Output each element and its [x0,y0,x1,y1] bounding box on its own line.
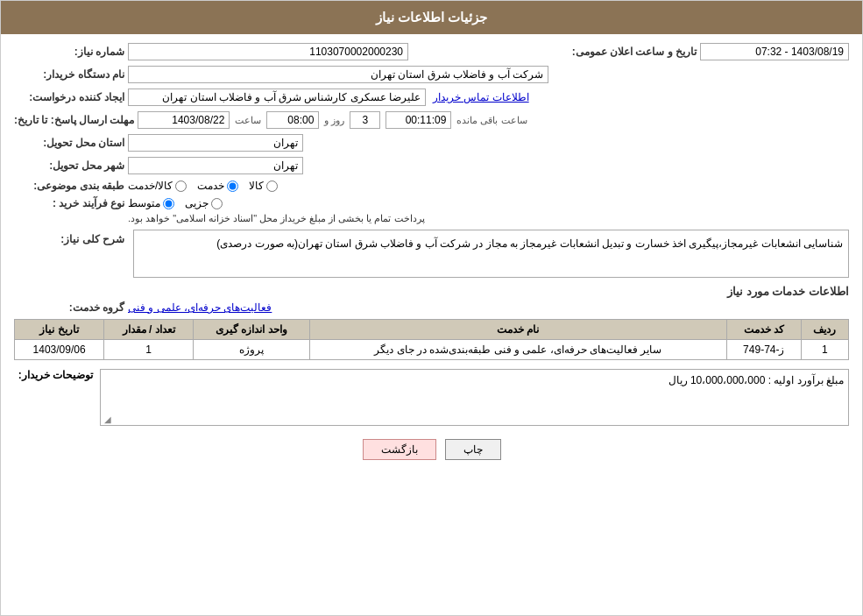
reply-remaining-value: 00:11:09 [386,111,451,129]
print-button[interactable]: چاپ [445,439,501,460]
table-row: 1ز-74-749سایر فعالیت‌های حرفه‌ای، علمی و… [15,340,849,360]
province-label: استان محل تحویل: [14,137,128,149]
process-type-radio-group: متوسط جزیی [128,197,425,209]
reply-date-value: 1403/08/22 [138,111,230,129]
category-kala[interactable]: کالا [249,180,278,192]
col-header-date: تاریخ نیاز [15,320,104,340]
reply-time-label: ساعت [235,115,261,126]
need-description-label: شرح کلی نیاز: [14,233,128,245]
category-radio-group: کالا/خدمت خدمت کالا [128,180,278,192]
table-cell-5: 1403/09/06 [15,340,104,360]
process-type-label: نوع فرآیند خرید : [14,197,128,209]
category-kala-radio[interactable] [266,181,278,192]
col-header-unit: واحد اندازه گیری [194,320,309,340]
process-jozvi-label: جزیی [185,197,209,209]
contact-link[interactable]: اطلاعات تماس خریدار [433,91,529,103]
need-number-value: 1103070002000230 [128,43,408,60]
buyer-org-label: نام دستگاه خریدار: [14,68,128,81]
services-section-title: اطلاعات خدمات مورد نیاز [14,285,849,298]
category-kala-label: کالا [249,180,264,192]
col-header-name: نام خدمت [309,320,727,340]
need-number-label: شماره نیاز: [14,46,128,58]
category-khadamat-radio[interactable] [227,181,238,192]
process-jozvi[interactable]: جزیی [185,197,223,209]
need-description-box: شناسایی انشعابات غیرمجاز،پیگیری اخذ خسار… [133,230,849,278]
col-header-rownum: ردیف [801,320,849,340]
service-group-label: گروه خدمت: [14,301,128,314]
requester-label: ایجاد کننده درخواست: [14,91,128,103]
buyer-notes-content: مبلغ برآورد اولیه : 10،000،000،000 ریال … [100,369,849,426]
process-motavasset-radio[interactable] [163,198,174,209]
category-kala-khadamat[interactable]: کالا/خدمت [128,180,187,192]
category-label: طبقه بندی موضوعی: [14,180,128,192]
buyer-notes-label: توضیحات خریدار: [14,369,93,381]
process-jozvi-radio[interactable] [211,198,223,209]
service-group-value[interactable]: فعالیت‌های حرفه‌ای، علمی و فنی [128,301,272,314]
city-label: شهر محل تحویل: [14,159,128,172]
resize-handle[interactable]: ◢ [103,414,111,423]
table-cell-4: 1 [104,340,194,360]
announce-datetime-label: تاریخ و ساعت اعلان عمومی: [572,46,700,58]
reply-time-value: 08:00 [266,111,319,129]
back-button[interactable]: بازگشت [363,439,436,460]
reply-days-label: روز و [324,115,344,126]
buyer-notes-text: مبلغ برآورد اولیه : 10،000،000،000 ریال [668,374,844,386]
col-header-qty: تعداد / مقدار [104,320,194,340]
process-motavasset-label: متوسط [128,197,160,209]
table-cell-2: سایر فعالیت‌های حرفه‌ای، علمی و فنی طبقه… [309,340,727,360]
col-header-code: کد خدمت [727,320,801,340]
requester-value: علیرضا عسکری کارشناس شرق آب و فاضلاب است… [128,89,426,106]
process-note: پرداخت تمام یا بخشی از مبلغ خریداز محل "… [128,213,425,224]
reply-days-value: 3 [350,111,380,129]
services-table: ردیف کد خدمت نام خدمت واحد اندازه گیری ت… [14,319,849,360]
buyer-org-value: شرکت آب و فاضلاب شرق استان تهران [128,66,548,83]
announce-datetime-value: 1403/08/19 - 07:32 [700,43,849,60]
province-value: تهران [128,134,303,152]
category-kala-khadamat-radio[interactable] [175,181,187,192]
category-khadamat[interactable]: خدمت [197,180,238,192]
page-title: جزئیات اطلاعات نیاز [1,1,862,34]
table-cell-0: 1 [801,340,849,360]
category-kala-khadamat-label: کالا/خدمت [128,180,173,192]
table-cell-3: پروژه [194,340,309,360]
category-khadamat-label: خدمت [197,180,224,192]
table-cell-1: ز-74-749 [727,340,801,360]
reply-deadline-label: مهلت ارسال پاسخ: تا تاریخ: [14,114,138,126]
process-motavasset[interactable]: متوسط [128,197,174,209]
reply-remaining-label: ساعت باقی مانده [456,115,527,126]
city-value: تهران [128,157,303,174]
